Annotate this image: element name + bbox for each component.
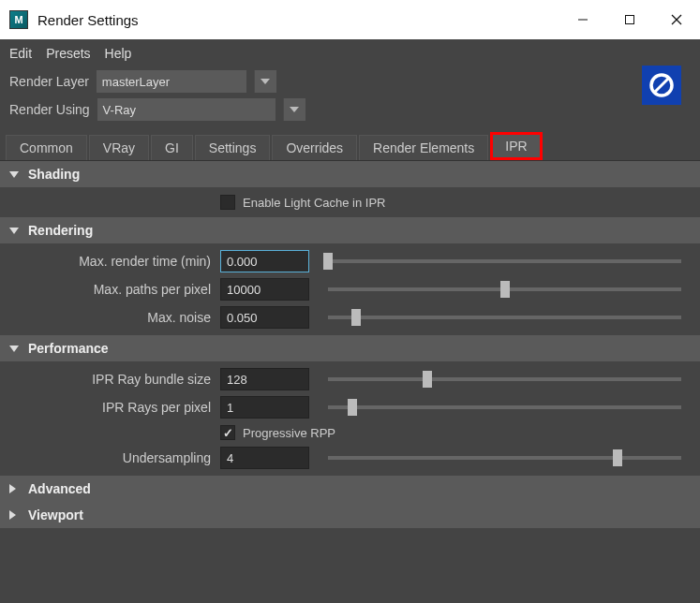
max-paths-per-pixel-slider[interactable] bbox=[328, 287, 681, 291]
section-rendering-pane: Max. render time (min) Max. paths per pi… bbox=[0, 243, 700, 335]
maximize-button[interactable] bbox=[606, 0, 653, 39]
menu-help[interactable]: Help bbox=[105, 46, 132, 61]
ipr-rays-per-pixel-input[interactable] bbox=[220, 396, 309, 419]
app-icon: M bbox=[9, 10, 28, 29]
render-layer-dropdown-button[interactable] bbox=[254, 70, 276, 93]
undersampling-input[interactable] bbox=[220, 447, 309, 469]
tab-common[interactable]: Common bbox=[6, 135, 87, 160]
section-viewport-header[interactable]: Viewport bbox=[0, 502, 700, 528]
max-render-time-slider[interactable] bbox=[328, 259, 681, 263]
ipr-ray-bundle-size-slider[interactable] bbox=[328, 377, 681, 381]
progressive-rpp-checkbox[interactable] bbox=[220, 425, 235, 440]
render-layer-label: Render Layer bbox=[9, 74, 89, 89]
enable-light-cache-label: Enable Light Cache in IPR bbox=[243, 196, 385, 210]
menu-presets[interactable]: Presets bbox=[46, 46, 90, 61]
svg-rect-1 bbox=[626, 16, 634, 24]
section-rendering-header[interactable]: Rendering bbox=[0, 217, 700, 243]
section-shading-header[interactable]: Shading bbox=[0, 161, 700, 187]
section-advanced-header[interactable]: Advanced bbox=[0, 476, 700, 502]
ipr-ray-bundle-size-label: IPR Ray bundle size bbox=[9, 372, 220, 387]
render-layer-value: masterLayer bbox=[102, 75, 241, 89]
undersampling-slider[interactable] bbox=[328, 456, 681, 460]
max-render-time-input[interactable] bbox=[220, 250, 309, 272]
render-using-dropdown[interactable]: V-Ray bbox=[97, 98, 276, 121]
content-area: Edit Presets Help Render Layer masterLay… bbox=[0, 39, 700, 603]
chevron-down-icon bbox=[9, 228, 28, 234]
max-noise-slider[interactable] bbox=[328, 316, 681, 319]
render-layer-dropdown[interactable]: masterLayer bbox=[97, 70, 246, 93]
ipr-rays-per-pixel-label: IPR Rays per pixel bbox=[9, 400, 220, 415]
tab-overrides[interactable]: Overrides bbox=[272, 135, 357, 160]
chevron-down-icon bbox=[9, 171, 28, 178]
section-performance-title: Performance bbox=[28, 341, 109, 356]
max-noise-input[interactable] bbox=[220, 306, 309, 329]
vray-logo-icon bbox=[642, 66, 681, 105]
window-buttons bbox=[559, 0, 700, 39]
section-rendering-title: Rendering bbox=[28, 223, 93, 238]
tab-render-elements[interactable]: Render Elements bbox=[359, 135, 488, 160]
close-button[interactable] bbox=[653, 0, 700, 39]
max-paths-per-pixel-input[interactable] bbox=[220, 278, 309, 301]
ipr-rays-per-pixel-slider[interactable] bbox=[328, 405, 681, 409]
minimize-button[interactable] bbox=[559, 0, 606, 39]
section-shading-title: Shading bbox=[28, 167, 80, 182]
chevron-right-icon bbox=[9, 510, 28, 520]
menu-edit[interactable]: Edit bbox=[9, 46, 32, 61]
chevron-down-icon bbox=[9, 346, 28, 352]
render-using-label: Render Using bbox=[9, 102, 90, 117]
chevron-right-icon bbox=[9, 484, 28, 493]
tab-ipr[interactable]: IPR bbox=[490, 132, 542, 160]
section-performance-pane: IPR Ray bundle size IPR Rays per pixel P… bbox=[0, 361, 700, 476]
render-settings-window: M Render Settings Edit Presets Help Rend… bbox=[0, 0, 700, 603]
window-title: Render Settings bbox=[37, 12, 559, 28]
section-viewport-title: Viewport bbox=[28, 507, 83, 522]
section-performance-header[interactable]: Performance bbox=[0, 335, 700, 361]
section-shading-pane: Enable Light Cache in IPR bbox=[0, 187, 700, 217]
tab-settings[interactable]: Settings bbox=[195, 135, 271, 160]
max-noise-label: Max. noise bbox=[9, 310, 220, 325]
titlebar[interactable]: M Render Settings bbox=[0, 0, 700, 39]
render-using-value: V-Ray bbox=[103, 103, 270, 117]
tab-vray[interactable]: VRay bbox=[89, 135, 149, 160]
section-advanced-title: Advanced bbox=[28, 481, 91, 496]
enable-light-cache-checkbox[interactable] bbox=[220, 195, 235, 210]
undersampling-label: Undersampling bbox=[9, 450, 220, 465]
tabs: Common VRay GI Settings Overrides Render… bbox=[0, 133, 700, 161]
ipr-ray-bundle-size-input[interactable] bbox=[220, 368, 309, 390]
max-render-time-label: Max. render time (min) bbox=[9, 254, 220, 269]
tab-gi[interactable]: GI bbox=[151, 135, 193, 160]
render-using-dropdown-button[interactable] bbox=[283, 98, 305, 121]
max-paths-per-pixel-label: Max. paths per pixel bbox=[9, 282, 220, 297]
progressive-rpp-label: Progressive RPP bbox=[243, 426, 335, 440]
menubar: Edit Presets Help bbox=[0, 39, 700, 67]
